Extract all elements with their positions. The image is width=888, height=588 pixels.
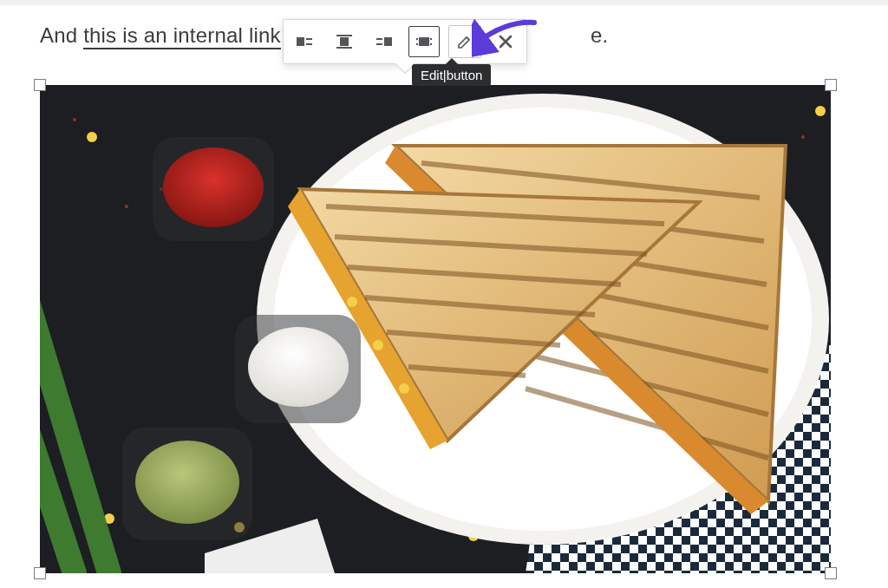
svg-rect-61 [384, 37, 392, 46]
selected-image[interactable] [40, 85, 831, 573]
align-right-button[interactable] [369, 26, 400, 57]
pencil-icon [456, 33, 473, 50]
svg-point-51 [248, 327, 349, 407]
svg-rect-63 [376, 43, 382, 45]
svg-rect-58 [340, 37, 349, 46]
align-none-icon [415, 33, 433, 50]
svg-rect-60 [336, 47, 352, 49]
resize-handle-bottom-right[interactable] [825, 567, 837, 579]
svg-point-16 [815, 106, 826, 116]
svg-rect-64 [419, 37, 429, 46]
svg-rect-62 [376, 38, 382, 40]
edit-image-button[interactable] [448, 25, 481, 58]
svg-point-5 [87, 132, 97, 142]
svg-point-49 [163, 147, 264, 227]
tooltip: Edit|button [412, 64, 491, 86]
editor-canvas: And this is an internal link e. [0, 5, 888, 588]
align-center-button[interactable] [329, 26, 360, 57]
svg-rect-67 [430, 38, 432, 40]
align-center-icon [336, 33, 353, 50]
svg-rect-65 [416, 38, 418, 40]
svg-point-47 [399, 383, 409, 394]
close-icon [497, 33, 514, 50]
svg-point-17 [73, 118, 76, 121]
resize-handle-top-left[interactable] [34, 79, 46, 91]
svg-rect-59 [336, 35, 352, 36]
svg-point-21 [125, 205, 128, 208]
align-right-icon [375, 33, 393, 50]
svg-rect-66 [416, 43, 418, 45]
paragraph-text-after: e. [591, 23, 608, 47]
svg-rect-56 [306, 38, 312, 40]
svg-rect-57 [306, 43, 312, 45]
resize-handle-top-right[interactable] [825, 79, 837, 91]
svg-point-45 [347, 297, 357, 307]
content-image[interactable] [40, 85, 831, 573]
resize-handle-bottom-left[interactable] [34, 567, 46, 579]
svg-rect-55 [297, 37, 304, 46]
remove-image-button[interactable] [490, 26, 521, 57]
align-left-button[interactable] [289, 26, 320, 57]
image-toolbar [283, 19, 527, 64]
paragraph-text-before: And [40, 23, 83, 47]
align-left-icon [296, 33, 313, 50]
svg-point-18 [801, 135, 805, 139]
svg-rect-68 [430, 43, 432, 45]
align-none-button[interactable] [408, 26, 440, 57]
internal-link[interactable]: this is an internal link [83, 23, 281, 49]
svg-point-53 [135, 441, 239, 524]
svg-point-46 [373, 340, 383, 350]
